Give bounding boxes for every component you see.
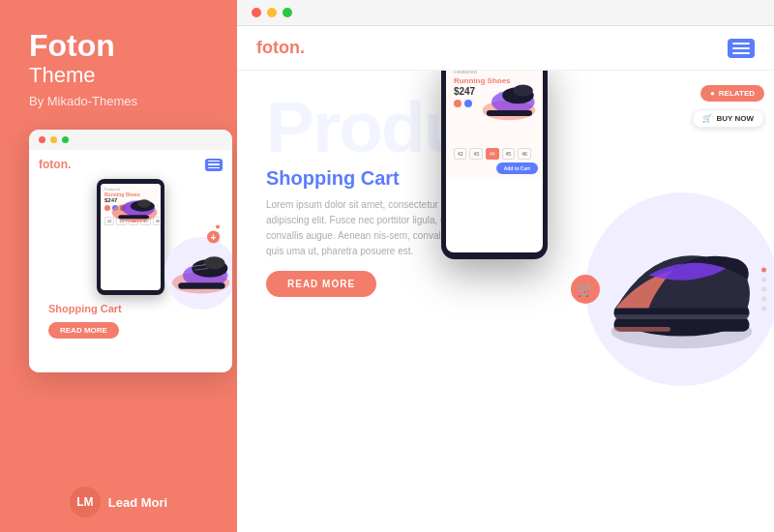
mini-read-more-button[interactable]: READ MORE [48, 322, 119, 339]
site-add-to-cart-button[interactable]: Add to Cart [496, 163, 538, 174]
site-buy-now-button[interactable]: 🛒 BUY NOW [692, 109, 764, 128]
site-navigation: foton. [237, 26, 774, 71]
mini-dot-yellow [50, 136, 57, 143]
mini-nav: foton. [39, 158, 223, 171]
site-size-selector: 42 43 44 45 46 [454, 148, 531, 160]
big-shoe-svg [169, 247, 232, 300]
hamburger-line [208, 161, 220, 163]
hamburger-line [208, 163, 220, 165]
site-scroll-dot-3 [761, 287, 766, 292]
site-hamburger-line [732, 52, 750, 54]
mini-browser-content: foton. Featured Running Shoes $247 [29, 150, 232, 372]
browser-chrome-bar [237, 0, 774, 26]
site-size-45[interactable]: 45 [502, 148, 516, 160]
svg-point-8 [203, 257, 224, 270]
svg-rect-16 [487, 110, 532, 116]
site-feat-label: Featured [454, 71, 535, 74]
mini-big-shoe-area [164, 237, 232, 310]
browser-dot-red [252, 8, 261, 17]
mini-hamburger-icon[interactable] [205, 159, 223, 171]
svg-rect-20 [614, 314, 750, 319]
site-big-shoe-circle: 🛒 [585, 192, 774, 386]
site-main-shoe-svg [597, 222, 766, 357]
mini-phone-screen: Featured Running Shoes $247 [101, 184, 161, 290]
author-avatar: LM [70, 487, 101, 517]
site-hamburger-line [732, 47, 750, 49]
site-scroll-dot-4 [761, 297, 766, 302]
site-right-area: ● RELATED 🛒 BUY NOW 🛒 [570, 71, 774, 508]
big-shoe-circle [164, 237, 232, 310]
related-icon: ● [710, 89, 715, 98]
site-size-43[interactable]: 43 [469, 148, 483, 160]
site-main-content: Produ Shopping Cart Lorem ipsum dolor si… [237, 71, 774, 508]
site-phone-featured: Featured Running Shoes $247 [446, 71, 543, 179]
brand-title: Foton [29, 29, 115, 63]
mini-shoe-image [110, 192, 159, 225]
svg-rect-4 [118, 215, 149, 219]
site-swatch-blue [464, 100, 472, 107]
site-hamburger-icon[interactable] [728, 39, 755, 58]
mini-phone: Featured Running Shoes $247 [97, 179, 164, 295]
browser-dot-yellow [267, 8, 277, 17]
mini-logo: foton. [39, 158, 71, 171]
site-cart-floating-icon[interactable]: 🛒 [571, 275, 600, 304]
browser-dot-green [283, 8, 292, 17]
site-cart-title: Shopping Cart [266, 167, 460, 190]
site-scroll-dots [761, 268, 766, 311]
browser-content: foton. Produ Shopping Cart Lorem ipsum d… [237, 26, 774, 532]
site-related-button[interactable]: ● RELATED [700, 85, 764, 102]
svg-rect-9 [178, 282, 224, 289]
author-section: LM Lead Mori [0, 487, 237, 517]
svg-point-3 [137, 200, 150, 208]
site-size-42[interactable]: 42 [454, 148, 467, 160]
brand-subtitle: Theme [29, 63, 95, 88]
site-scroll-dot-2 [761, 278, 766, 282]
mini-browser-bar [29, 130, 232, 150]
cart-icon: 🛒 [702, 114, 712, 123]
site-read-more-button[interactable]: READ MORE [266, 271, 376, 297]
site-phone-device: Featured Running Shoes $247 [441, 71, 548, 259]
right-panel: foton. Produ Shopping Cart Lorem ipsum d… [237, 0, 774, 532]
site-size-46[interactable]: 46 [518, 148, 531, 160]
hamburger-line [208, 167, 220, 169]
brand-by: By Mikado-Themes [29, 94, 137, 108]
related-label: RELATED [719, 89, 755, 98]
mini-dot-green [62, 136, 69, 143]
mini-phone-featured: Featured Running Shoes $247 [101, 184, 161, 214]
site-logo: foton. [256, 38, 305, 58]
site-hamburger-line [732, 43, 750, 44]
mini-dot-red [39, 136, 45, 143]
site-scroll-dot-5 [761, 307, 766, 311]
site-feat-shoe-image [480, 77, 538, 126]
mini-browser-mockup: foton. Featured Running Shoes $247 [29, 130, 232, 372]
site-phone-mockup: Featured Running Shoes $247 [441, 71, 548, 259]
site-size-44[interactable]: 44 [486, 148, 499, 160]
svg-rect-21 [614, 327, 670, 332]
mini-phone-wrapper: Featured Running Shoes $247 [39, 179, 223, 295]
site-swatch-red [454, 100, 461, 107]
svg-point-15 [513, 84, 533, 96]
buy-now-label: BUY NOW [716, 114, 754, 123]
scroll-dot-1 [216, 225, 220, 229]
site-phone-screen: Featured Running Shoes $247 [446, 71, 543, 252]
site-scroll-dot-1 [761, 268, 766, 273]
author-name: Lead Mori [108, 495, 167, 510]
left-panel: Foton Theme By Mikado-Themes foton. [0, 0, 237, 532]
site-product-description: Lorem ipsum dolor sit amet, consectetur … [266, 197, 460, 259]
mini-add-cart-button[interactable]: + [207, 231, 220, 244]
